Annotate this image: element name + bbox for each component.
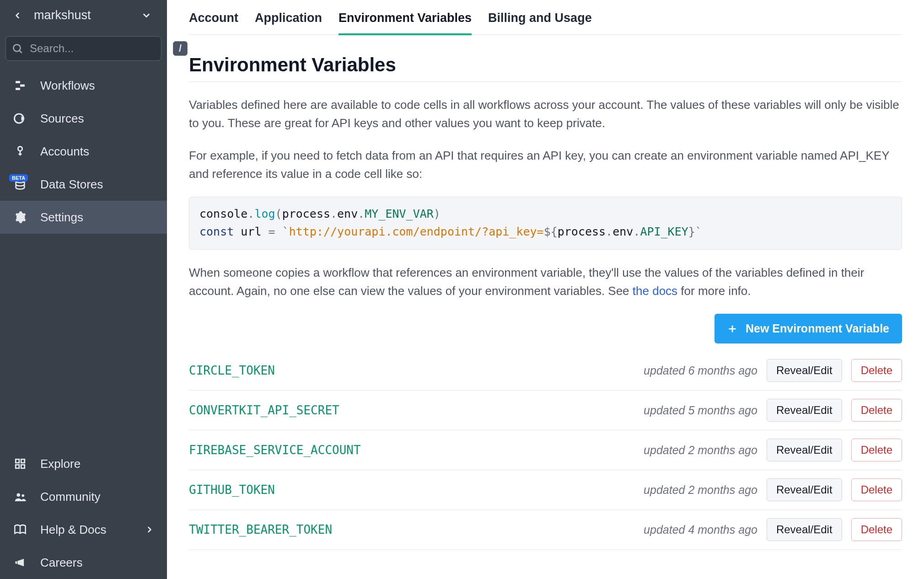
svg-point-6 — [18, 147, 22, 151]
sidebar-item-community[interactable]: Community — [0, 480, 167, 513]
account-switcher[interactable]: markshust — [0, 0, 167, 31]
svg-rect-4 — [16, 88, 20, 90]
env-var-name: CIRCLE_TOKEN — [189, 364, 634, 377]
sidebar-item-label: Community — [40, 490, 100, 504]
svg-line-1 — [20, 51, 22, 53]
tab-env-vars[interactable]: Environment Variables — [338, 5, 472, 35]
env-var-updated: updated 4 months ago — [644, 523, 757, 536]
tab-application[interactable]: Application — [255, 5, 322, 35]
sidebar-item-label: Careers — [40, 556, 82, 570]
page-title: Environment Variables — [189, 54, 902, 82]
nav-top: Workflows Sources Accounts BETA Data Sto… — [0, 69, 167, 234]
sidebar-item-label: Accounts — [40, 145, 89, 159]
workflows-icon — [13, 78, 27, 93]
delete-button[interactable]: Delete — [851, 439, 902, 461]
env-vars-list: CIRCLE_TOKENupdated 6 months agoReveal/E… — [189, 351, 902, 550]
env-var-row: TWITTER_BEARER_TOKENupdated 4 months ago… — [189, 510, 902, 550]
settings-tabs: Account Application Environment Variable… — [189, 5, 902, 35]
tab-account[interactable]: Account — [189, 5, 238, 35]
svg-point-13 — [21, 494, 24, 497]
beta-badge: BETA — [9, 174, 28, 182]
sidebar-item-label: Explore — [40, 457, 81, 471]
delete-button[interactable]: Delete — [851, 399, 902, 422]
reveal-edit-button[interactable]: Reveal/Edit — [767, 399, 842, 422]
description-1: Variables defined here are available to … — [189, 96, 902, 133]
svg-rect-3 — [20, 85, 25, 87]
search-input-wrap[interactable]: / — [5, 36, 161, 61]
description-3: When someone copies a workflow that refe… — [189, 263, 902, 300]
sidebar-item-help[interactable]: Help & Docs — [0, 513, 167, 546]
nav-bottom: Explore Community Help & Docs Careers — [0, 447, 167, 579]
svg-point-12 — [17, 493, 21, 497]
database-icon: BETA — [13, 177, 27, 192]
reveal-edit-button[interactable]: Reveal/Edit — [767, 359, 842, 382]
new-env-var-button[interactable]: New Environment Variable — [714, 314, 902, 343]
reveal-edit-button[interactable]: Reveal/Edit — [767, 478, 842, 501]
username: markshust — [34, 8, 91, 22]
env-var-row: FIREBASE_SERVICE_ACCOUNTupdated 2 months… — [189, 430, 902, 470]
svg-rect-2 — [16, 81, 20, 83]
grid-icon — [13, 456, 27, 471]
env-var-name: GITHUB_TOKEN — [189, 483, 634, 497]
reveal-edit-button[interactable]: Reveal/Edit — [767, 439, 842, 461]
env-var-updated: updated 6 months ago — [644, 364, 757, 377]
delete-button[interactable]: Delete — [851, 518, 902, 541]
sidebar-item-explore[interactable]: Explore — [0, 447, 167, 480]
search-input[interactable] — [30, 42, 167, 55]
env-var-row: CONVERTKIT_API_SECRETupdated 5 months ag… — [189, 391, 902, 430]
svg-rect-9 — [21, 459, 25, 463]
search-icon — [11, 43, 23, 54]
sidebar-item-label: Help & Docs — [40, 523, 107, 537]
svg-rect-8 — [16, 459, 19, 463]
code-example: console.log(process.env.MY_ENV_VAR) cons… — [189, 197, 902, 250]
env-var-updated: updated 2 months ago — [644, 444, 757, 457]
svg-point-0 — [13, 44, 20, 51]
env-var-name: FIREBASE_SERVICE_ACCOUNT — [189, 443, 634, 457]
sources-icon — [13, 111, 27, 126]
sidebar-item-accounts[interactable]: Accounts — [0, 135, 167, 168]
back-icon[interactable] — [13, 9, 26, 22]
plus-icon — [727, 324, 737, 334]
description-2: For example, if you need to fetch data f… — [189, 146, 902, 183]
sidebar-item-label: Sources — [40, 112, 84, 126]
tab-billing[interactable]: Billing and Usage — [488, 5, 592, 35]
docs-link[interactable]: the docs — [633, 284, 677, 298]
sidebar-item-workflows[interactable]: Workflows — [0, 69, 167, 102]
env-var-name: CONVERTKIT_API_SECRET — [189, 403, 634, 417]
env-var-row: GITHUB_TOKENupdated 2 months agoReveal/E… — [189, 470, 902, 510]
chevron-down-icon[interactable] — [141, 11, 154, 21]
megaphone-icon — [13, 555, 27, 570]
sidebar-item-sources[interactable]: Sources — [0, 102, 167, 135]
book-icon — [13, 522, 27, 537]
env-var-updated: updated 5 months ago — [644, 404, 757, 417]
sidebar-item-label: Data Stores — [40, 177, 103, 192]
chevron-right-icon — [145, 525, 154, 534]
button-label: New Environment Variable — [746, 322, 889, 335]
env-var-row: CIRCLE_TOKENupdated 6 months agoReveal/E… — [189, 351, 902, 391]
sidebar-item-label: Workflows — [40, 79, 95, 93]
delete-button[interactable]: Delete — [851, 359, 902, 382]
env-var-name: TWITTER_BEARER_TOKEN — [189, 523, 634, 536]
sidebar-item-datastores[interactable]: BETA Data Stores — [0, 168, 167, 201]
gear-icon — [13, 210, 27, 225]
key-icon — [13, 144, 27, 159]
sidebar: markshust / Workflows Sources A — [0, 0, 167, 579]
community-icon — [13, 489, 27, 504]
env-var-updated: updated 2 months ago — [644, 483, 757, 497]
delete-button[interactable]: Delete — [851, 478, 902, 501]
sidebar-item-label: Settings — [40, 210, 83, 225]
sidebar-item-settings[interactable]: Settings — [0, 201, 167, 234]
svg-rect-11 — [21, 465, 25, 468]
sidebar-item-careers[interactable]: Careers — [0, 546, 167, 579]
reveal-edit-button[interactable]: Reveal/Edit — [767, 518, 842, 541]
svg-rect-10 — [16, 465, 19, 468]
main-content: Account Application Environment Variable… — [167, 0, 924, 579]
